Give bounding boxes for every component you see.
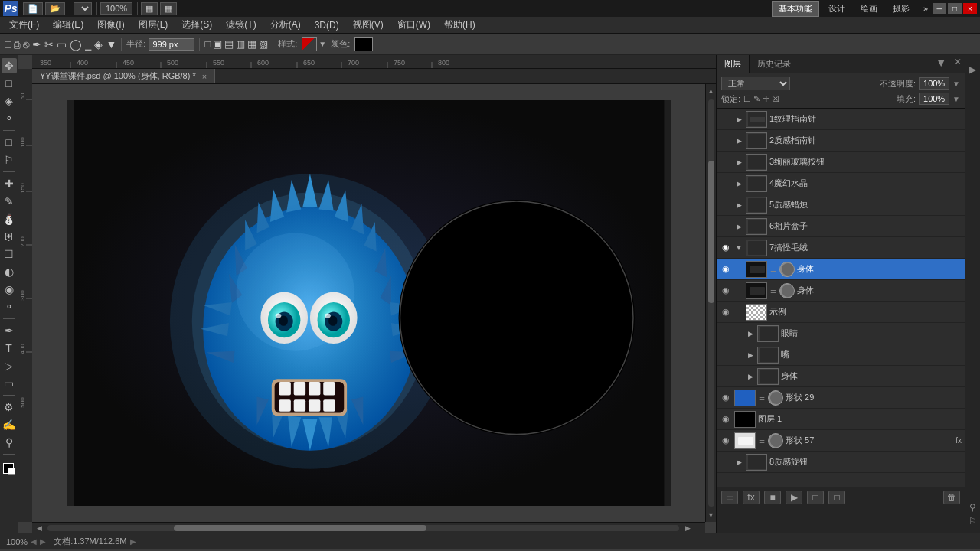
color-picker[interactable]: [2, 461, 17, 477]
document-tab[interactable]: YY课堂课件.psd @ 100% (身体, RGB/8) * ×: [32, 69, 215, 83]
layer-expand-1[interactable]: ▶: [734, 115, 743, 124]
menu-file[interactable]: 文件(F): [3, 17, 45, 33]
workspace-draw[interactable]: 绘画: [854, 2, 884, 16]
layer-expand-5[interactable]: ▶: [734, 201, 743, 210]
layer-vis-7[interactable]: ◉: [720, 242, 732, 254]
panel-menu-btn[interactable]: ▼: [931, 55, 951, 73]
menu-edit[interactable]: 编辑(E): [47, 17, 90, 33]
lock-all-btn[interactable]: ☒: [772, 94, 779, 104]
shape-tool-shape[interactable]: ▭: [57, 38, 67, 51]
lock-move-btn[interactable]: ✛: [763, 94, 769, 104]
tool-eraser[interactable]: ☐: [2, 246, 17, 262]
layer-vis-13[interactable]: [720, 370, 732, 383]
shape-tool-brush[interactable]: ✂: [44, 38, 54, 51]
workspace-basic[interactable]: 基本功能: [772, 1, 819, 17]
arrange-btn[interactable]: ▦: [160, 2, 177, 15]
tool-crop[interactable]: □: [2, 135, 17, 150]
layer-expand-12[interactable]: ▶: [746, 350, 755, 360]
open-btn[interactable]: 📂: [45, 2, 65, 15]
layer-mask-16[interactable]: [768, 433, 783, 448]
layer-vis-8[interactable]: ◉: [720, 263, 732, 276]
layer-vis-6[interactable]: [720, 220, 732, 233]
tool-dodge[interactable]: ⚬: [2, 299, 17, 315]
delete-layer-btn[interactable]: 🗑: [943, 491, 960, 504]
menu-filter[interactable]: 滤镜(T): [220, 17, 262, 33]
layer-vis-5[interactable]: [720, 199, 732, 211]
tool-move[interactable]: ✥: [2, 58, 17, 73]
layer-expand-13[interactable]: ▶: [746, 372, 755, 381]
layer-expand-17[interactable]: ▶: [734, 458, 743, 467]
layer-item-15[interactable]: ◉ 图层 1: [717, 409, 965, 430]
menu-analysis[interactable]: 分析(A): [264, 17, 307, 33]
menu-view[interactable]: 视图(V): [347, 17, 390, 33]
layer-item-9[interactable]: ◉ ⚌ 身体: [717, 280, 965, 302]
tool-lasso[interactable]: ◈: [2, 93, 17, 109]
layer-item-1[interactable]: ▶ 1纹理指南针: [717, 109, 965, 130]
screen-mode-btn[interactable]: ▦: [141, 2, 158, 15]
zoom-nav-left[interactable]: ◀: [31, 537, 37, 546]
layer-mask-8[interactable]: [779, 262, 795, 277]
adjustment-btn[interactable]: ▶: [786, 491, 802, 504]
layer-vis-15[interactable]: ◉: [720, 413, 732, 425]
tool-select-rect[interactable]: □: [2, 76, 17, 91]
layer-item-16[interactable]: ◉ ⚌ 形状 57 fx: [717, 430, 965, 452]
layer-item-8[interactable]: ◉ ⚌ 身体: [717, 259, 965, 280]
fill-arrow-btn[interactable]: ▼: [952, 95, 960, 103]
shape-tool-line[interactable]: ⎯: [85, 38, 91, 51]
layer-expand-2[interactable]: ▶: [734, 136, 743, 145]
layer-vis-3[interactable]: [720, 156, 732, 168]
tool-history-brush[interactable]: ⛨: [2, 229, 17, 244]
more-workspaces-btn[interactable]: »: [919, 2, 933, 15]
layer-vis-1[interactable]: [720, 113, 732, 126]
menu-window[interactable]: 窗口(W): [391, 17, 436, 33]
tool-wand[interactable]: ⚬: [2, 111, 17, 126]
new-layer-btn[interactable]: □: [828, 491, 845, 504]
layer-vis-16[interactable]: ◉: [720, 435, 732, 447]
tool-eyedropper[interactable]: ⚐: [2, 152, 17, 168]
tool-stamp[interactable]: ⛄: [2, 211, 17, 227]
tool-gradient[interactable]: ◐: [2, 264, 17, 279]
minimize-btn[interactable]: ─: [933, 3, 946, 14]
fill-input[interactable]: [919, 93, 949, 105]
layer-vis-17[interactable]: [720, 456, 732, 468]
close-btn[interactable]: ×: [963, 3, 977, 14]
layer-vis-10[interactable]: ◉: [720, 306, 732, 318]
shape-mode-intersect[interactable]: ▤: [224, 38, 234, 50]
layer-item-3[interactable]: ▶ 3绚丽玻璃按钮: [717, 152, 965, 173]
h-scrollbar[interactable]: ◀ ▶: [32, 522, 705, 533]
tool-text[interactable]: T: [2, 341, 17, 356]
zoom-nav-right[interactable]: ▶: [40, 537, 46, 546]
shape-align[interactable]: ▦: [247, 38, 256, 50]
color-swatch[interactable]: [354, 37, 373, 51]
opacity-input[interactable]: [919, 77, 949, 90]
style-picker[interactable]: ▼: [302, 37, 326, 51]
radius-input[interactable]: [149, 38, 194, 51]
layer-item-6[interactable]: ▶ 6相片盒子: [717, 216, 965, 237]
shape-tool-more[interactable]: ▼: [106, 38, 116, 51]
tab-close-btn[interactable]: ×: [202, 72, 207, 81]
lock-transparent-btn[interactable]: ☐: [743, 94, 751, 104]
layer-item-17[interactable]: ▶ 8质感旋钮: [717, 452, 965, 473]
canvas-mode-select[interactable]: □: [74, 2, 92, 15]
panel-close-btn[interactable]: ✕: [951, 55, 965, 73]
tool-pen[interactable]: ✒: [2, 323, 17, 338]
menu-help[interactable]: 帮助(H): [438, 17, 482, 33]
layer-mask-14[interactable]: [768, 390, 783, 406]
layer-link-14[interactable]: ⚌: [758, 394, 766, 402]
far-right-toggle[interactable]: ▶: [969, 64, 976, 75]
workspace-design[interactable]: 设计: [822, 2, 851, 16]
shape-tool-custom[interactable]: ◈: [94, 38, 103, 51]
layer-mask-9[interactable]: [779, 283, 795, 298]
far-right-bottom-2[interactable]: ⚐: [969, 516, 977, 527]
layer-item-7[interactable]: ◉ ▼ 7搞怪毛绒: [717, 237, 965, 259]
layer-item-11[interactable]: ▶ 眼睛: [717, 323, 965, 344]
new-group-btn[interactable]: □: [807, 491, 824, 504]
layer-vis-14[interactable]: ◉: [720, 392, 732, 404]
layer-link-16[interactable]: ⚌: [758, 437, 766, 445]
tool-hand[interactable]: ✍: [2, 417, 17, 432]
layer-item-14[interactable]: ◉ ⚌ 形状 29: [717, 387, 965, 409]
layer-item-4[interactable]: ▶ 4魔幻水晶: [717, 173, 965, 194]
layer-expand-7[interactable]: ▼: [734, 243, 743, 253]
opacity-arrow-btn[interactable]: ▼: [952, 80, 960, 88]
workspace-photo[interactable]: 摄影: [887, 2, 916, 16]
